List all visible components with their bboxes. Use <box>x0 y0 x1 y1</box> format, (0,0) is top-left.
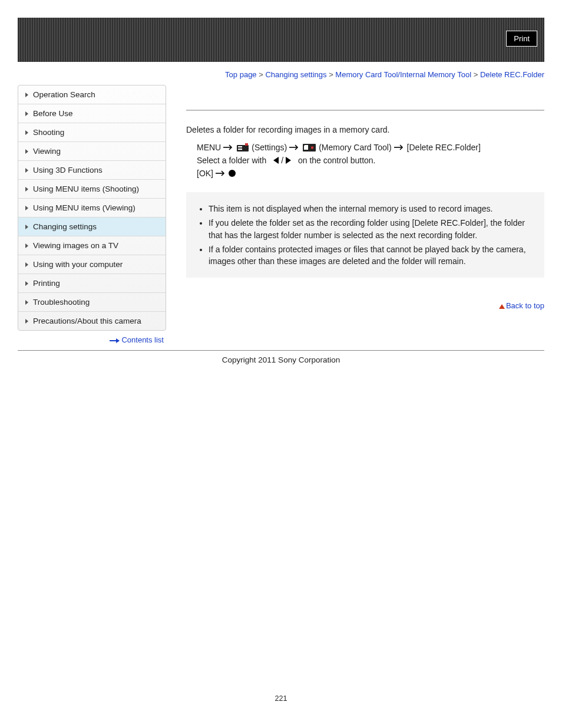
sidebar-item[interactable]: Shooting <box>18 123 166 142</box>
caret-right-icon <box>25 225 28 229</box>
title-rule <box>186 110 544 111</box>
memory-card-icon <box>302 143 316 152</box>
triangle-left-icon <box>273 157 279 164</box>
sidebar-item[interactable]: Using MENU items (Shooting) <box>18 180 166 199</box>
target-label: [Delete REC.Folder] <box>407 143 481 152</box>
arrow-icon <box>216 170 226 176</box>
sidebar-item[interactable]: Using MENU items (Viewing) <box>18 199 166 218</box>
step2-pre: Select a folder with <box>197 156 266 165</box>
sidebar-item-label: Viewing <box>33 147 61 156</box>
step-1: MENU (Settings) (Memory Card Tool) [Dele… <box>197 143 544 152</box>
caret-right-icon <box>25 149 28 154</box>
arrow-right-icon <box>110 340 119 341</box>
sidebar-item-label: Printing <box>33 279 60 288</box>
caret-right-icon <box>25 111 28 116</box>
contents-list-link[interactable]: Contents list <box>121 335 164 344</box>
breadcrumb-sep: > <box>327 70 336 79</box>
note-item: If you delete the folder set as the reco… <box>209 217 534 241</box>
sidebar-item[interactable]: Operation Search <box>18 85 166 104</box>
print-button[interactable]: Print <box>506 31 537 47</box>
breadcrumb: Top page > Changing settings > Memory Ca… <box>18 70 544 79</box>
sidebar-item[interactable]: Using 3D Functions <box>18 161 166 180</box>
steps: MENU (Settings) (Memory Card Tool) [Dele… <box>186 143 544 178</box>
caret-right-icon <box>25 130 28 135</box>
step2-post: on the control button. <box>298 156 376 165</box>
triangle-up-icon <box>499 304 505 309</box>
breadcrumb-link[interactable]: Changing settings <box>265 70 326 79</box>
copyright: Copyright 2011 Sony Corporation <box>18 355 544 364</box>
sidebar-item-label: Troubleshooting <box>33 298 90 307</box>
sidebar-item-label: Using 3D Functions <box>33 166 103 174</box>
header-bar: Print <box>18 18 544 62</box>
caret-right-icon <box>25 262 28 267</box>
sidebar-item-label: Using MENU items (Shooting) <box>33 185 139 193</box>
sidebar-item[interactable]: Precautions/About this camera <box>18 312 166 330</box>
ok-label: [OK] <box>197 169 213 178</box>
center-button-icon <box>229 170 236 177</box>
sidebar-item[interactable]: Using with your computer <box>18 255 166 274</box>
breadcrumb-link[interactable]: Memory Card Tool/Internal Memory Tool <box>335 70 471 79</box>
sidebar: Operation SearchBefore UseShootingViewin… <box>18 85 166 331</box>
arrow-icon <box>394 144 405 150</box>
caret-right-icon <box>25 243 28 248</box>
sidebar-item-label: Before Use <box>33 109 73 118</box>
sidebar-item-label: Changing settings <box>33 222 97 231</box>
svg-rect-3 <box>238 149 242 150</box>
page-number: 221 <box>18 694 544 703</box>
sidebar-item[interactable]: Troubleshooting <box>18 293 166 312</box>
caret-right-icon <box>25 168 28 173</box>
intro-text: Deletes a folder for recording images in… <box>186 125 544 134</box>
caret-right-icon <box>25 319 28 324</box>
sidebar-item[interactable]: Printing <box>18 274 166 293</box>
sidebar-item-label: Viewing images on a TV <box>33 241 118 250</box>
settings-icon <box>236 143 249 152</box>
caret-right-icon <box>25 281 28 286</box>
note-item: This item is not displayed when the inte… <box>209 203 534 215</box>
step-3: [OK] <box>197 169 544 178</box>
svg-rect-1 <box>237 145 249 151</box>
sidebar-item[interactable]: Viewing images on a TV <box>18 236 166 255</box>
caret-right-icon <box>25 206 28 210</box>
footer-rule <box>18 350 544 351</box>
svg-rect-4 <box>245 143 248 146</box>
arrow-icon <box>223 144 234 150</box>
step2-sep: / <box>281 156 283 165</box>
svg-point-9 <box>311 146 313 149</box>
sidebar-item[interactable]: Changing settings <box>18 218 166 236</box>
breadcrumb-link[interactable]: Top page <box>225 70 257 79</box>
sidebar-item-label: Using with your computer <box>33 260 123 269</box>
sidebar-item-label: Shooting <box>33 128 64 137</box>
sidebar-item[interactable]: Viewing <box>18 142 166 161</box>
sidebar-item-label: Using MENU items (Viewing) <box>33 203 135 212</box>
caret-right-icon <box>25 93 28 97</box>
note-item: If a folder contains protected images or… <box>209 243 534 268</box>
back-to-top-row: Back to top <box>186 301 544 310</box>
sidebar-item-label: Operation Search <box>33 90 95 99</box>
memory-card-tool-label: (Memory Card Tool) <box>319 143 391 152</box>
notes-box: This item is not displayed when the inte… <box>186 192 544 278</box>
step-2: Select a folder with / on the control bu… <box>197 156 544 165</box>
breadcrumb-sep: > <box>257 70 266 79</box>
caret-right-icon <box>25 300 28 305</box>
breadcrumb-sep: > <box>471 70 480 79</box>
contents-list-link-row: Contents list <box>18 335 164 344</box>
main-content: Deletes a folder for recording images in… <box>166 85 544 310</box>
breadcrumb-current: Delete REC.Folder <box>480 70 544 79</box>
triangle-right-icon <box>286 157 291 164</box>
settings-label: (Settings) <box>252 143 287 152</box>
caret-right-icon <box>25 187 28 192</box>
sidebar-item[interactable]: Before Use <box>18 104 166 123</box>
sidebar-item-label: Precautions/About this camera <box>33 317 141 325</box>
arrow-icon <box>289 144 300 150</box>
menu-label: MENU <box>197 143 221 152</box>
svg-rect-2 <box>238 146 242 147</box>
back-to-top-link[interactable]: Back to top <box>506 301 544 310</box>
